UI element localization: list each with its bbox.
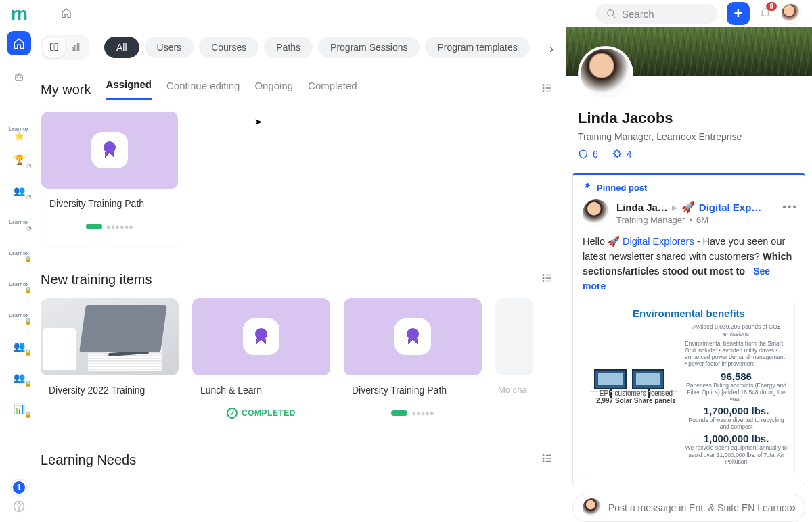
profile-panel: Linda Jacobs Training Manager, Learnoox … (566, 27, 812, 522)
home-icon[interactable] (61, 7, 72, 20)
card-diversity-path-2[interactable]: Diversity Training Path ●●●●● (344, 298, 482, 427)
card-diversity-path[interactable]: Diversity Training Path ●●●●●● (41, 111, 179, 246)
help-icon[interactable] (13, 500, 25, 515)
nav-bot[interactable] (7, 65, 31, 89)
pinned-post: Pinned post Linda Ja… ▸ 🚀 Digital Exp… T… (572, 173, 805, 485)
list-view-icon[interactable] (541, 82, 554, 97)
svg-line-1 (612, 15, 615, 18)
attachment-stats: Avoided 9,039,205 pounds of CO₂ emission… (685, 323, 788, 468)
nav-counter-badge[interactable]: 1 (12, 480, 26, 495)
pill-program-templates[interactable]: Program templates (425, 37, 529, 58)
card-diversity-2022[interactable]: Diversity 2022 Training (41, 298, 179, 427)
svg-point-17 (543, 275, 544, 276)
svg-point-19 (543, 277, 544, 279)
view-bars-icon[interactable] (65, 38, 87, 57)
post-attachment[interactable]: Environmental benefits EPB customers lic… (583, 302, 795, 475)
post-avatar[interactable] (583, 199, 610, 227)
svg-rect-10 (78, 44, 79, 51)
section-title-new-items: New training items (41, 272, 152, 287)
compose-box[interactable] (572, 494, 805, 522)
post-body-link[interactable]: 🚀 Digital Explorers (608, 236, 694, 247)
post-group-link[interactable]: Digital Exp… (699, 201, 762, 213)
post-age: 6M (696, 215, 708, 225)
svg-point-11 (543, 84, 544, 85)
progress-icon (391, 410, 407, 416)
tab-completed[interactable]: Completed (308, 80, 357, 99)
pill-paths[interactable]: Paths (264, 37, 313, 58)
attachment-title: Environmental benefits (590, 308, 788, 319)
card-lunch-learn[interactable]: Lunch & Learn ✓COMPLETED (192, 298, 330, 427)
profile-avatar[interactable] (578, 46, 633, 101)
pills-scroll-right[interactable]: › (535, 39, 554, 58)
svg-rect-8 (72, 47, 74, 51)
compose-avatar (583, 498, 602, 517)
svg-point-7 (18, 509, 19, 510)
view-toggle[interactable] (41, 35, 89, 60)
nav-trophy[interactable]: 🏆◔ (3, 149, 35, 170)
search-input[interactable]: Search (595, 4, 717, 24)
profile-role: Training Manager, Learnoox Entreprise (578, 131, 800, 142)
svg-point-15 (543, 90, 544, 91)
shield-icon (578, 149, 589, 160)
svg-point-13 (543, 87, 544, 89)
burst-icon (612, 149, 623, 160)
pill-program-sessions[interactable]: Program Sessions (318, 37, 420, 58)
post-body: Hello 🚀 Digital Explorers - Have you see… (583, 235, 795, 293)
view-book-icon[interactable] (43, 38, 65, 57)
card-mo-cha[interactable]: Mo cha (495, 298, 533, 427)
card-title: Lunch & Learn (192, 375, 330, 400)
nav-people-3[interactable]: 👥🔒 (3, 366, 35, 388)
section-title-learning-needs: Learning Needs (41, 452, 136, 468)
nav-home[interactable] (7, 31, 31, 55)
left-nav-rail: Learnox⭐ 🏆◔ 👥◔ Learnox◔ Learnox🔒 Learnox… (0, 27, 38, 522)
nav-people-1[interactable]: 👥◔ (3, 180, 35, 201)
svg-point-0 (608, 9, 614, 16)
compose-input[interactable] (608, 502, 795, 513)
nav-learnox-4[interactable]: Learnox🔒 (3, 273, 35, 295)
notifications-icon[interactable]: 9 (759, 6, 771, 22)
pill-courses[interactable]: Courses (199, 37, 258, 58)
svg-point-3 (17, 77, 18, 78)
svg-point-21 (543, 281, 544, 282)
post-author[interactable]: Linda Ja… (616, 201, 668, 213)
nav-learnox-star[interactable]: Learnox⭐ (3, 118, 35, 139)
nav-chart[interactable]: 📊🔒 (3, 398, 35, 419)
nav-learnox-2[interactable]: Learnox◔ (3, 211, 35, 233)
list-view-icon-3[interactable] (541, 452, 554, 468)
chevron-right-icon: ▸ (672, 201, 677, 214)
list-view-icon-2[interactable] (541, 272, 554, 287)
rocket-icon: 🚀 (681, 201, 695, 214)
nav-learnox-3[interactable]: Learnox🔒 (3, 242, 35, 264)
card-title: Mo cha (495, 375, 533, 395)
post-subrole: Training Manager (616, 215, 685, 225)
svg-rect-9 (75, 45, 76, 51)
tab-continue-editing[interactable]: Continue editing (166, 80, 240, 99)
pinned-label: Pinned post (597, 183, 647, 193)
profile-name: Linda Jacobs (578, 110, 800, 127)
nav-people-2[interactable]: 👥🔒 (3, 335, 35, 357)
svg-point-25 (543, 458, 544, 459)
svg-point-4 (20, 77, 22, 78)
filter-bar: All Users Courses Paths Program Sessions… (41, 28, 554, 76)
svg-point-23 (543, 455, 544, 456)
search-placeholder: Search (622, 8, 654, 20)
pill-all[interactable]: All (104, 37, 139, 58)
nav-learnox-5[interactable]: Learnox🔒 (3, 304, 35, 326)
tab-ongoing[interactable]: Ongoing (254, 80, 293, 99)
tab-assigned[interactable]: Assigned (106, 78, 152, 100)
pin-icon (583, 182, 591, 193)
ribbon-icon (243, 318, 279, 355)
card-title: Diversity 2022 Training (41, 375, 179, 400)
stat-shield[interactable]: 6 (578, 149, 598, 160)
progress-icon (86, 224, 102, 229)
post-menu-icon[interactable]: ••• (782, 201, 798, 213)
pill-users[interactable]: Users (145, 37, 194, 58)
svg-point-27 (543, 461, 544, 462)
ribbon-icon (394, 318, 431, 355)
stat-burst[interactable]: 4 (612, 149, 632, 160)
completed-badge: ✓COMPLETED (227, 408, 296, 419)
card-title: Diversity Training Path (344, 375, 482, 400)
app-logo[interactable]: rn (11, 3, 27, 24)
avatar[interactable] (781, 3, 801, 24)
create-button[interactable]: + (727, 2, 750, 25)
